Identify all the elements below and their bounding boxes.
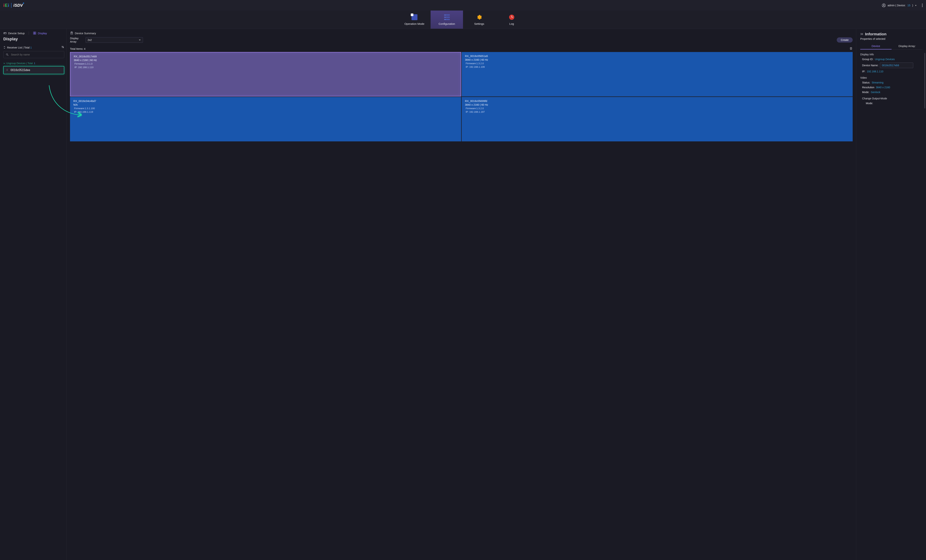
clipboard-icon xyxy=(70,32,73,35)
user-label-suffix: ) xyxy=(912,4,913,7)
svg-point-1 xyxy=(883,4,884,5)
nav-settings[interactable]: Settings xyxy=(463,11,495,29)
group-total: 1 xyxy=(34,62,35,65)
cell-ip: IP: 192.168.1.197 xyxy=(465,110,849,113)
info-heading: Information xyxy=(860,32,923,36)
kv-output-mode: Mode: xyxy=(866,102,923,105)
device-name-key: Device Name: xyxy=(862,64,878,67)
chevron-down-icon xyxy=(3,62,5,64)
cell-firmware: Firmware:1.3.2.0 xyxy=(465,62,849,65)
operation-mode-icon xyxy=(412,14,418,20)
total-items-value: 4 xyxy=(84,47,85,50)
cell-resolution: 3840 x 2160 | 60 Hz xyxy=(465,58,849,61)
nav-configuration-label: Configuration xyxy=(439,22,455,26)
subtab-display[interactable]: Display xyxy=(33,32,47,35)
status-key: Status: xyxy=(862,81,870,84)
grid-cell[interactable]: RX_0016c05651a5 3840 x 2160 | 60 Hz Firm… xyxy=(462,52,853,97)
search-box[interactable] xyxy=(3,51,64,58)
sub-tabs: Devcie Setup Display xyxy=(3,32,64,35)
grid-cell[interactable]: RX_0016c04c4bd7 N/A Firmware:1.3.1.100 I… xyxy=(70,97,461,141)
caret-down-icon: ▼ xyxy=(915,5,917,6)
total-items-row: Total Items: 4 xyxy=(70,47,853,51)
user-menu[interactable]: admin ( Device: 15 ) ▼ xyxy=(882,3,923,8)
display-array-label: Display Array: xyxy=(70,37,82,43)
device-count: 15 xyxy=(908,4,911,7)
workspace: Devcie Setup Display Display Receiver Li… xyxy=(0,29,926,560)
trash-icon xyxy=(849,47,853,50)
drag-grip-icon[interactable]: ⠿ xyxy=(6,69,8,71)
ip-key: IP: xyxy=(862,70,865,73)
kv-device-name: Device Name: xyxy=(862,63,923,68)
section-video: Video Status: Streaming Resolution 3840 … xyxy=(860,76,923,94)
cell-resolution: 3840 x 2160 | 60 Hz xyxy=(465,103,849,106)
search-icon xyxy=(6,53,9,56)
info-tab-display-array[interactable]: Display Array: xyxy=(891,43,923,50)
logo-iei: iEi xyxy=(3,3,9,8)
display-grid: RX_0016c0517eb9 3840 x 2160 | 60 Hz Firm… xyxy=(70,52,853,141)
subtab-display-label: Display xyxy=(38,32,47,35)
subtab-device-setup-label: Devcie Setup xyxy=(8,32,25,35)
cell-resolution: 3840 x 2160 | 60 Hz xyxy=(74,59,457,62)
receiver-list-label: Receiver List | Total xyxy=(7,46,30,49)
cell-ip: IP: 192.168.1.110 xyxy=(74,66,457,69)
search-input[interactable] xyxy=(11,53,62,56)
nav-log[interactable]: Log xyxy=(495,11,528,29)
sidebar-title: Display xyxy=(3,37,64,41)
kebab-menu-icon[interactable] xyxy=(922,4,923,7)
cell-name: RX_0016c05699fd xyxy=(465,100,849,103)
total-items-label: Total Items: xyxy=(70,47,83,50)
group-header[interactable]: Ungroup Devices | Total 1 xyxy=(3,62,64,65)
info-tab-device[interactable]: Device xyxy=(860,43,891,50)
mode-key: Mode: xyxy=(862,91,869,94)
svg-rect-7 xyxy=(33,33,35,35)
svg-line-10 xyxy=(8,55,8,56)
device-item-name: 0016c0515dee xyxy=(11,68,30,72)
create-button[interactable]: Create xyxy=(837,38,853,42)
cell-firmware: Firmware:1.3.2.0 xyxy=(465,107,849,110)
svg-point-3 xyxy=(4,33,5,33)
section-display-info: Display Info Group ID: Ungroup Devices D… xyxy=(860,53,923,73)
cell-firmware: Firmware:1.3.1.0 xyxy=(74,62,457,65)
kv-group-id: Group ID: Ungroup Devices xyxy=(862,58,923,61)
info-subtitle: Properties of selected xyxy=(860,38,923,40)
cell-firmware: Firmware:1.3.1.100 xyxy=(73,107,458,110)
subtab-device-summary-label: Device Summary xyxy=(75,32,96,35)
section-change-output: Change Output-Mode Mode: xyxy=(860,97,923,105)
user-label-prefix: admin ( Device: xyxy=(888,4,906,7)
output-mode-key: Mode: xyxy=(866,102,873,105)
kv-resolution: Resolution 3840 x 2160 xyxy=(862,86,923,89)
svg-rect-5 xyxy=(33,32,35,33)
cell-resolution: N/A xyxy=(73,103,458,106)
subtab-device-summary[interactable]: Device Summary xyxy=(70,32,853,35)
logo-block: iEi iSDV xyxy=(3,3,23,8)
clock-icon xyxy=(509,15,514,20)
sort-icon[interactable] xyxy=(61,45,64,49)
resolution-value: 3840 x 2160 xyxy=(876,86,890,89)
logo-isdv: iSDV xyxy=(13,3,23,8)
svg-point-9 xyxy=(6,54,8,55)
device-name-input[interactable] xyxy=(880,63,913,68)
group-id-key: Group ID: xyxy=(862,58,873,61)
nav-log-label: Log xyxy=(509,22,514,26)
delete-button[interactable] xyxy=(849,47,853,51)
device-list-item[interactable]: ⠿ 0016c0515dee xyxy=(3,66,64,74)
nav-operation-mode[interactable]: Operation Mode xyxy=(398,11,431,29)
receiver-list-header: Receiver List | Total 1 xyxy=(3,45,64,49)
display-array-row: Display Array: 2x2 Create xyxy=(70,37,853,43)
kv-mode: Mode: Genlock xyxy=(862,91,923,94)
group-id-value: Ungroup Devices xyxy=(875,58,895,61)
logo-divider xyxy=(11,3,12,8)
mode-value: Genlock xyxy=(871,91,880,94)
display-array-select[interactable]: 2x2 xyxy=(86,37,143,43)
grid-cell[interactable]: RX_0016c05699fd 3840 x 2160 | 60 Hz Firm… xyxy=(462,97,853,141)
expand-icon[interactable] xyxy=(3,46,6,49)
cell-name: RX_0016c05651a5 xyxy=(465,54,849,57)
grid-cell[interactable]: RX_0016c0517eb9 3840 x 2160 | 60 Hz Firm… xyxy=(70,52,461,97)
nav-configuration[interactable]: Configuration xyxy=(431,11,463,29)
subtab-device-setup[interactable]: Devcie Setup xyxy=(3,32,25,35)
configuration-icon xyxy=(444,14,450,20)
cell-ip: IP: 192.168.1.119 xyxy=(73,110,458,113)
device-setup-icon xyxy=(3,32,7,35)
info-panel: Information Properties of selected Devic… xyxy=(856,29,926,560)
section-display-info-title: Display Info xyxy=(860,53,923,56)
